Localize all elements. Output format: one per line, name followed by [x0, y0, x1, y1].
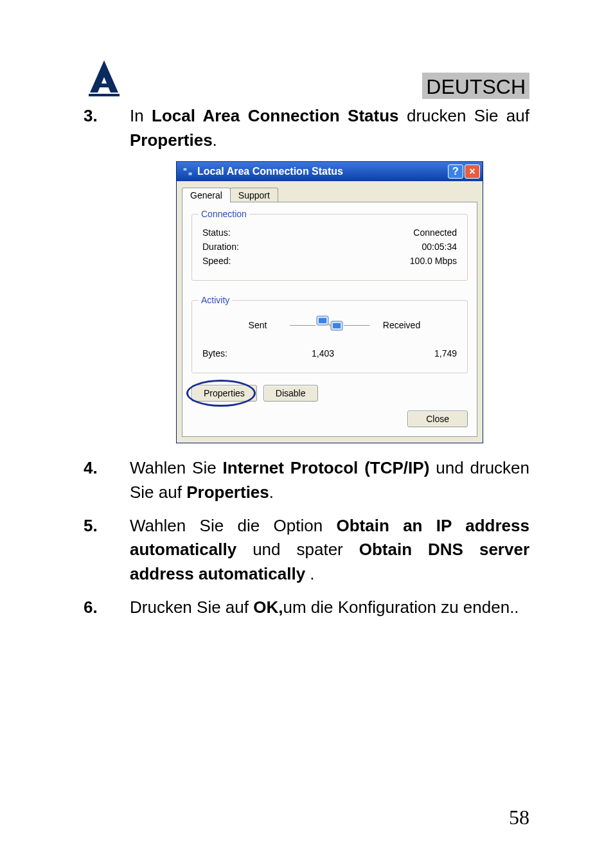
- activity-group: Activity Sent Received Bytes:: [191, 300, 468, 373]
- step-5: 5. Wahlen Sie die Option Obtain an IP ad…: [84, 514, 529, 587]
- connection-group: Connection Status: Connected Duration: 0…: [191, 214, 468, 281]
- step-number: 5.: [84, 514, 130, 587]
- group-legend-activity: Activity: [199, 295, 232, 305]
- step-6: 6. Drucken Sie auf OK,um die Konfigurati…: [84, 596, 529, 620]
- duration-label: Duration:: [202, 242, 239, 252]
- step-number: 4.: [84, 456, 130, 504]
- close-icon[interactable]: ×: [465, 164, 480, 179]
- sent-label: Sent: [226, 320, 290, 330]
- dialog-titlebar: Local Area Connection Status ? ×: [177, 162, 483, 181]
- activity-header: Sent Received: [202, 312, 457, 338]
- tab-strip: General Support: [177, 181, 483, 202]
- svg-rect-3: [188, 172, 192, 175]
- speed-value: 100.0 Mbps: [410, 256, 457, 266]
- svg-rect-2: [183, 168, 187, 171]
- duration-row: Duration: 00:05:34: [202, 242, 457, 252]
- bytes-received-value: 1,749: [434, 348, 457, 359]
- disable-button[interactable]: Disable: [263, 385, 318, 402]
- bytes-sent-value: 1,403: [312, 348, 334, 359]
- svg-rect-7: [333, 323, 341, 328]
- duration-value: 00:05:34: [422, 242, 458, 252]
- svg-rect-5: [319, 318, 326, 323]
- screenshot-wrap: Local Area Connection Status ? × General…: [84, 161, 529, 443]
- logo-icon: [84, 58, 125, 99]
- svg-rect-1: [89, 94, 120, 96]
- step-3: 3. In Local Area Connection Status druck…: [84, 104, 529, 152]
- button-row: Properties Disable: [191, 385, 468, 402]
- step-text: Drucken Sie auf OK,um die Konfiguration …: [130, 596, 529, 620]
- page-header: DEUTSCH: [84, 58, 529, 99]
- svg-rect-0: [98, 84, 111, 87]
- tab-support[interactable]: Support: [230, 188, 278, 202]
- language-label: DEUTSCH: [422, 73, 529, 99]
- bytes-row: Bytes: 1,403 1,749: [202, 348, 457, 359]
- status-value: Connected: [413, 227, 457, 238]
- help-button-icon[interactable]: ?: [448, 164, 463, 179]
- step-text: Wahlen Sie Internet Protocol (TCP/IP) un…: [130, 456, 529, 504]
- step-4: 4. Wahlen Sie Internet Protocol (TCP/IP)…: [84, 456, 529, 504]
- tab-panel-general: Connection Status: Connected Duration: 0…: [182, 202, 477, 437]
- line-icon: [344, 325, 369, 326]
- network-icon: [182, 166, 193, 177]
- properties-button[interactable]: Properties: [191, 385, 257, 402]
- status-label: Status:: [202, 227, 231, 238]
- tab-general[interactable]: General: [182, 188, 231, 202]
- dialog-title: Local Area Connection Status: [197, 166, 447, 177]
- step-number: 3.: [84, 104, 130, 152]
- received-label: Received: [369, 320, 434, 330]
- group-legend-connection: Connection: [199, 209, 249, 219]
- speed-label: Speed:: [202, 256, 231, 266]
- line-icon: [290, 325, 315, 326]
- close-button[interactable]: Close: [407, 411, 468, 427]
- status-row: Status: Connected: [202, 227, 457, 238]
- step-number: 6.: [84, 596, 130, 620]
- page-number: 58: [509, 806, 529, 829]
- bytes-label: Bytes:: [202, 348, 227, 359]
- step-text: In Local Area Connection Status drucken …: [130, 104, 529, 152]
- step-text: Wahlen Sie die Option Obtain an IP addre…: [130, 514, 529, 587]
- computers-icon: [315, 312, 344, 338]
- connection-status-dialog: Local Area Connection Status ? × General…: [176, 161, 483, 443]
- close-row: Close: [191, 411, 468, 427]
- speed-row: Speed: 100.0 Mbps: [202, 256, 457, 266]
